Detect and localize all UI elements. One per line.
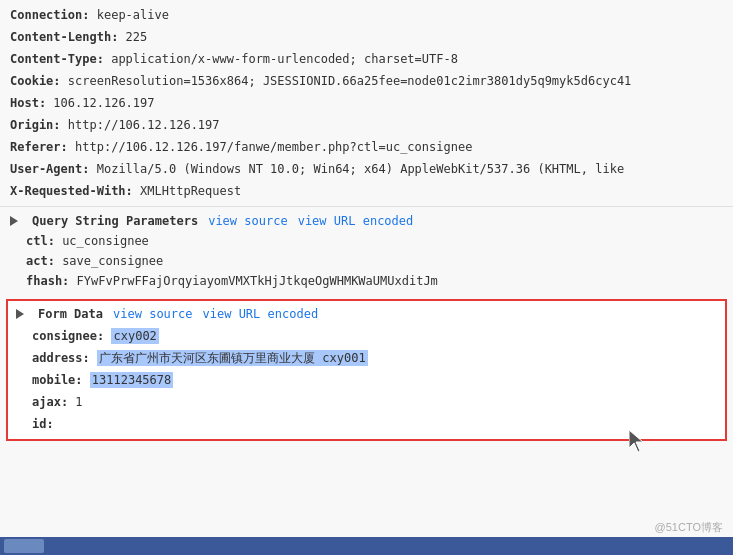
form-param-key: mobile: [32,373,90,387]
header-value: application/x-www-form-urlencoded; chars… [111,52,458,66]
header-key: Referer: [10,140,68,154]
param-row-fhash: fhash: FYwFvPrwFFajOrqyiayomVMXTkHjJtkqe… [26,271,723,291]
header-key: Host: [10,96,46,110]
header-content-length: Content-Length: 225 [10,26,723,48]
form-data-header: Form Data view source view URL encoded [16,305,717,325]
form-row-address: address: 广东省广州市天河区东圃镇万里商业大厦 cxy001 [32,347,717,369]
form-params: consignee: cxy002 address: 广东省广州市天河区东圃镇万… [16,325,717,435]
watermark: @51CTO博客 [655,520,723,535]
form-row-ajax: ajax: 1 [32,391,717,413]
query-section-title: Query String Parameters [32,214,198,228]
form-param-key: id: [32,417,54,431]
param-key: act: [26,254,55,268]
header-value: screenResolution=1536x864; JSESSIONID.66… [68,74,632,88]
query-section: Query String Parameters view source view… [0,207,733,295]
header-origin: Origin: http://106.12.126.197 [10,114,723,136]
scroll-thumb[interactable] [4,539,44,553]
form-view-source-link[interactable]: view source [113,307,192,321]
header-key: Origin: [10,118,61,132]
param-row-ctl: ctl: uc_consignee [26,231,723,251]
mouse-cursor [629,430,645,455]
header-value: Mozilla/5.0 (Windows NT 10.0; Win64; x64… [97,162,624,176]
param-row-act: act: save_consignee [26,251,723,271]
param-value: FYwFvPrwFFajOrqyiayomVMXTkHjJtkqeOgWHMKW… [77,274,438,288]
form-data-section: Form Data view source view URL encoded c… [6,299,727,441]
header-cookie: Cookie: screenResolution=1536x864; JSESS… [10,70,723,92]
header-useragent: User-Agent: Mozilla/5.0 (Windows NT 10.0… [10,158,723,180]
triangle-icon [16,309,24,319]
form-row-id: id: [32,413,717,435]
form-param-key: address: [32,351,97,365]
header-value: http://106.12.126.197 [68,118,220,132]
form-param-key: consignee: [32,329,111,343]
param-value: uc_consignee [62,234,149,248]
form-row-mobile: mobile: 13112345678 [32,369,717,391]
header-connection: Connection: keep-alive [10,4,723,26]
form-section-title: Form Data [38,307,103,321]
devtools-panel: Connection: keep-alive Content-Length: 2… [0,0,733,555]
header-key: Content-Type: [10,52,104,66]
header-key: User-Agent: [10,162,89,176]
header-key: X-Requested-With: [10,184,133,198]
query-section-header: Query String Parameters view source view… [10,211,723,231]
bottom-scrollbar[interactable] [0,537,733,555]
svg-marker-0 [629,430,643,452]
header-key: Connection: [10,8,89,22]
form-param-key: ajax: [32,395,75,409]
header-value: 106.12.126.197 [53,96,154,110]
query-view-source-link[interactable]: view source [208,214,287,228]
header-key: Content-Length: [10,30,118,44]
header-host: Host: 106.12.126.197 [10,92,723,114]
header-value: 225 [126,30,148,44]
header-x-requested: X-Requested-With: XMLHttpRequest [10,180,723,202]
form-param-value: 13112345678 [90,372,173,388]
query-view-url-encoded-link[interactable]: view URL encoded [298,214,414,228]
form-row-consignee: consignee: cxy002 [32,325,717,347]
header-value: http://106.12.126.197/fanwe/member.php?c… [75,140,472,154]
header-content-type: Content-Type: application/x-www-form-url… [10,48,723,70]
param-key: ctl: [26,234,55,248]
header-value: XMLHttpRequest [140,184,241,198]
triangle-icon [10,216,18,226]
form-param-value: cxy002 [111,328,158,344]
query-params: ctl: uc_consignee act: save_consignee fh… [10,231,723,291]
form-view-url-encoded-link[interactable]: view URL encoded [203,307,319,321]
header-value: keep-alive [97,8,169,22]
form-param-value: 1 [75,395,82,409]
form-param-value: 广东省广州市天河区东圃镇万里商业大厦 cxy001 [97,350,368,366]
header-referer: Referer: http://106.12.126.197/fanwe/mem… [10,136,723,158]
param-key: fhash: [26,274,69,288]
header-key: Cookie: [10,74,61,88]
param-value: save_consignee [62,254,163,268]
headers-section: Connection: keep-alive Content-Length: 2… [0,0,733,207]
